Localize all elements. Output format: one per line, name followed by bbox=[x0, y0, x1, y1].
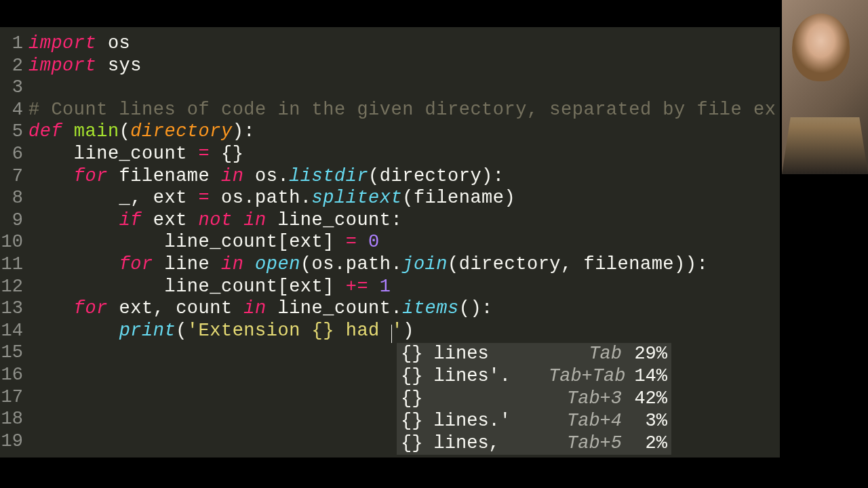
line-number: 4 bbox=[0, 99, 28, 121]
line-number: 3 bbox=[0, 77, 28, 99]
line-number: 19 bbox=[0, 430, 28, 453]
code-line[interactable]: 10 line_count[ext] = 0 bbox=[0, 231, 780, 253]
code-content[interactable]: _, ext = os.path.splitext(filename) bbox=[28, 187, 515, 209]
line-number: 7 bbox=[0, 165, 28, 188]
code-content[interactable]: line_count[ext] += 1 bbox=[28, 276, 391, 298]
line-number: 1 bbox=[0, 33, 28, 55]
line-number: 11 bbox=[0, 253, 28, 276]
line-number: 17 bbox=[0, 386, 28, 409]
code-content[interactable]: def main(directory): bbox=[28, 121, 255, 143]
autocomplete-item[interactable]: {}Tab+342% bbox=[397, 388, 671, 410]
autocomplete-suggestion: {} lines.' bbox=[401, 410, 549, 432]
code-line[interactable]: 7 for filename in os.listdir(directory): bbox=[0, 165, 780, 188]
autocomplete-shortcut: Tab+Tab bbox=[549, 365, 630, 388]
code-content[interactable]: if ext not in line_count: bbox=[28, 209, 402, 232]
line-number: 16 bbox=[0, 364, 28, 386]
code-line[interactable]: 14 print('Extension {} had ') bbox=[0, 320, 780, 342]
code-content[interactable]: line_count[ext] = 0 bbox=[28, 231, 380, 253]
line-number: 14 bbox=[0, 320, 28, 342]
autocomplete-probability: 3% bbox=[630, 410, 667, 432]
autocomplete-probability: 42% bbox=[630, 388, 667, 410]
line-number: 10 bbox=[0, 231, 28, 253]
autocomplete-shortcut: Tab+4 bbox=[549, 410, 630, 432]
autocomplete-item[interactable]: {} lines,Tab+52% bbox=[397, 432, 671, 455]
autocomplete-shortcut: Tab bbox=[549, 343, 630, 365]
code-line[interactable]: 11 for line in open(os.path.join(directo… bbox=[0, 253, 780, 276]
autocomplete-shortcut: Tab+3 bbox=[549, 388, 630, 410]
autocomplete-probability: 14% bbox=[630, 365, 667, 388]
line-number: 8 bbox=[0, 187, 28, 209]
autocomplete-probability: 2% bbox=[630, 432, 667, 455]
autocomplete-shortcut: Tab+5 bbox=[549, 432, 630, 455]
line-number: 15 bbox=[0, 342, 28, 364]
code-content[interactable]: # Count lines of code in the given direc… bbox=[28, 99, 776, 121]
autocomplete-suggestion: {} lines bbox=[401, 343, 549, 365]
code-content[interactable]: line_count = {} bbox=[28, 143, 243, 165]
autocomplete-suggestion: {} bbox=[401, 388, 549, 410]
code-line[interactable]: 12 line_count[ext] += 1 bbox=[0, 276, 780, 298]
line-number: 13 bbox=[0, 298, 28, 320]
autocomplete-item[interactable]: {} lines'.Tab+Tab14% bbox=[397, 365, 671, 388]
code-line[interactable]: 8 _, ext = os.path.splitext(filename) bbox=[0, 187, 780, 209]
code-content[interactable]: for ext, count in line_count.items(): bbox=[28, 298, 493, 320]
line-number: 5 bbox=[0, 121, 28, 143]
autocomplete-suggestion: {} lines'. bbox=[401, 365, 549, 388]
webcam-placeholder: WHY YOU bbox=[860, 167, 867, 174]
code-line[interactable]: 4# Count lines of code in the given dire… bbox=[0, 99, 780, 121]
code-line[interactable]: 1import os bbox=[0, 33, 780, 55]
autocomplete-probability: 29% bbox=[630, 343, 667, 365]
autocomplete-suggestion: {} lines, bbox=[401, 432, 549, 455]
autocomplete-item[interactable]: {} lines.'Tab+43% bbox=[397, 410, 671, 432]
code-content[interactable]: print('Extension {} had ') bbox=[28, 320, 414, 342]
code-line[interactable]: 6 line_count = {} bbox=[0, 143, 780, 165]
code-line[interactable]: 5def main(directory): bbox=[0, 121, 780, 143]
code-line[interactable]: 13 for ext, count in line_count.items(): bbox=[0, 298, 780, 320]
autocomplete-item[interactable]: {} linesTab29% bbox=[397, 343, 671, 365]
code-content[interactable]: for line in open(os.path.join(directory,… bbox=[28, 253, 708, 276]
code-content[interactable]: import sys bbox=[28, 55, 142, 77]
line-number: 6 bbox=[0, 143, 28, 165]
line-number: 12 bbox=[0, 276, 28, 298]
code-content[interactable]: for filename in os.listdir(directory): bbox=[28, 165, 505, 188]
presenter-webcam: WHY YOU bbox=[782, 0, 868, 174]
code-content[interactable]: import os bbox=[28, 33, 130, 55]
code-line[interactable]: 3 bbox=[0, 77, 780, 99]
line-number: 9 bbox=[0, 209, 28, 232]
line-number: 2 bbox=[0, 55, 28, 77]
autocomplete-popup[interactable]: {} linesTab29%{} lines'.Tab+Tab14%{}Tab+… bbox=[397, 343, 671, 455]
code-line[interactable]: 2import sys bbox=[0, 55, 780, 77]
line-number: 18 bbox=[0, 408, 28, 430]
code-line[interactable]: 9 if ext not in line_count: bbox=[0, 209, 780, 232]
